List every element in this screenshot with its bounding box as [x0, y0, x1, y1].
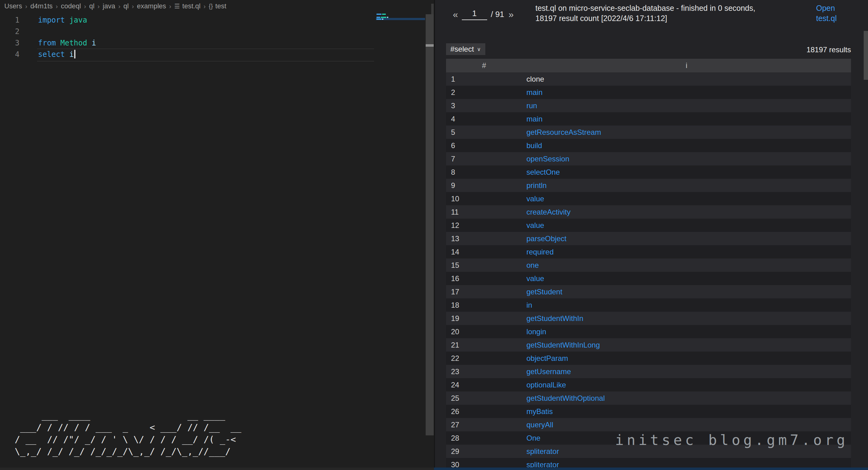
table-row[interactable]: 11createActivity: [446, 205, 851, 218]
editor-scrollbar-thumb[interactable]: [426, 44, 434, 47]
row-index: 29: [446, 447, 522, 456]
row-index: 1: [446, 75, 522, 84]
table-row[interactable]: 19getStudentWithIn: [446, 312, 851, 325]
row-index: 20: [446, 327, 522, 336]
chevron-down-icon: ∨: [477, 46, 481, 53]
table-row[interactable]: 22objectParam: [446, 352, 851, 365]
table-row[interactable]: 3run: [446, 99, 851, 112]
select-dropdown[interactable]: #select ∨: [446, 43, 485, 55]
breadcrumb-separator: ›: [56, 3, 58, 10]
table-row[interactable]: 18in: [446, 298, 851, 312]
row-value-link[interactable]: getStudentWithIn: [522, 314, 851, 323]
table-row[interactable]: 10value: [446, 192, 851, 205]
row-value-link[interactable]: optionalLike: [522, 381, 851, 389]
breadcrumb-item[interactable]: codeql: [61, 2, 81, 10]
table-row[interactable]: 21getStudentWithInLong: [446, 338, 851, 352]
panel-scrollbar-thumb[interactable]: [864, 31, 868, 80]
row-value-link[interactable]: spliterator: [522, 461, 851, 468]
code-line[interactable]: 2: [0, 26, 434, 37]
braces-icon: {}: [209, 3, 213, 9]
blog-watermark: initsec blog.gm7.org: [615, 432, 848, 448]
table-row[interactable]: 6build: [446, 139, 851, 152]
table-row[interactable]: 15one: [446, 259, 851, 272]
table-header-row: # i: [446, 59, 851, 72]
column-header-hash: #: [446, 61, 522, 70]
row-index: 24: [446, 381, 522, 389]
minimap[interactable]: [376, 12, 425, 31]
breadcrumb-item[interactable]: examples: [137, 2, 166, 10]
table-row[interactable]: 17getStudent: [446, 285, 851, 298]
code-line[interactable]: 4select i: [0, 49, 434, 60]
code-line[interactable]: 1import java: [0, 14, 434, 26]
breadcrumb-item[interactable]: ☰test.ql: [174, 2, 200, 10]
row-value-link[interactable]: build: [522, 141, 851, 150]
row-index: 9: [446, 181, 522, 190]
minimap-current-line: [376, 18, 425, 20]
row-value-link[interactable]: one: [522, 261, 851, 270]
row-value-link[interactable]: openSession: [522, 155, 851, 163]
pager-prev-button[interactable]: «: [451, 9, 460, 20]
table-row[interactable]: 16value: [446, 272, 851, 285]
row-value-link[interactable]: selectOne: [522, 168, 851, 177]
table-row[interactable]: 23getUsername: [446, 365, 851, 378]
row-value-link[interactable]: value: [522, 274, 851, 283]
breadcrumb-separator: ›: [132, 3, 134, 10]
table-row[interactable]: 12value: [446, 218, 851, 232]
row-value-link[interactable]: objectParam: [522, 354, 851, 363]
row-value-link[interactable]: value: [522, 195, 851, 203]
row-value-link[interactable]: value: [522, 221, 851, 230]
row-index: 25: [446, 394, 522, 403]
breadcrumb-item[interactable]: java: [103, 2, 115, 10]
row-value-link[interactable]: getStudentWithOptional: [522, 394, 851, 403]
table-row[interactable]: 7openSession: [446, 152, 851, 166]
row-value-link[interactable]: getUsername: [522, 368, 851, 376]
table-row[interactable]: 8selectOne: [446, 166, 851, 179]
row-value-link[interactable]: queryAll: [522, 420, 851, 429]
table-row[interactable]: 24optionalLike: [446, 378, 851, 391]
row-value-link[interactable]: createActivity: [522, 208, 851, 216]
breadcrumb-item[interactable]: ql: [123, 2, 129, 10]
table-row[interactable]: 1clone: [446, 72, 851, 86]
table-row[interactable]: 27queryAll: [446, 418, 851, 431]
row-value-link[interactable]: main: [522, 88, 851, 97]
row-value-link[interactable]: getStudentWithInLong: [522, 341, 851, 349]
breadcrumb-item[interactable]: {}test: [209, 2, 226, 10]
table-row[interactable]: 2main: [446, 86, 851, 99]
code-area[interactable]: 1import java23from Method i4select i: [0, 14, 434, 60]
table-row[interactable]: 13parseObject: [446, 232, 851, 245]
open-file-link[interactable]: Open test.ql: [816, 3, 842, 24]
select-dropdown-label: #select: [451, 45, 474, 54]
table-row[interactable]: 4main: [446, 112, 851, 125]
row-value-link[interactable]: main: [522, 115, 851, 123]
pager-next-button[interactable]: »: [507, 9, 516, 20]
table-row[interactable]: 5getResourceAsStream: [446, 125, 851, 139]
row-value-link[interactable]: getResourceAsStream: [522, 128, 851, 137]
row-value-link[interactable]: getStudent: [522, 288, 851, 296]
breadcrumb-item[interactable]: ql: [89, 2, 94, 10]
row-value-link[interactable]: println: [522, 181, 851, 190]
row-value-link[interactable]: myBatis: [522, 407, 851, 416]
file-list-icon: ☰: [174, 3, 180, 9]
table-row[interactable]: 20longin: [446, 325, 851, 338]
table-row[interactable]: 9println: [446, 179, 851, 192]
row-index: 15: [446, 261, 522, 270]
results-panel: « / 91 » test.ql on micro-service-seclab…: [434, 0, 868, 470]
table-row[interactable]: 25getStudentWithOptional: [446, 391, 851, 405]
code-line[interactable]: 3from Method i: [0, 37, 434, 49]
table-row[interactable]: 14required: [446, 245, 851, 259]
editor-scrollbar-track[interactable]: [426, 14, 434, 435]
breadcrumb-item[interactable]: d4m1ts: [30, 2, 53, 10]
breadcrumb-separator: ›: [84, 3, 86, 10]
table-row[interactable]: 26myBatis: [446, 405, 851, 418]
code-line-text: [20, 26, 38, 37]
row-value-link[interactable]: parseObject: [522, 234, 851, 243]
row-value-link[interactable]: run: [522, 101, 851, 110]
table-row[interactable]: 30spliterator: [446, 458, 851, 468]
breadcrumb-item[interactable]: Users: [4, 2, 22, 10]
results-title-line1: test.ql on micro-service-seclab-database…: [535, 3, 814, 13]
row-value-link[interactable]: in: [522, 301, 851, 310]
breadcrumb-separator: ›: [25, 3, 27, 10]
page-number-input[interactable]: [462, 9, 487, 20]
row-value-link[interactable]: longin: [522, 327, 851, 336]
row-value-link[interactable]: required: [522, 248, 851, 256]
